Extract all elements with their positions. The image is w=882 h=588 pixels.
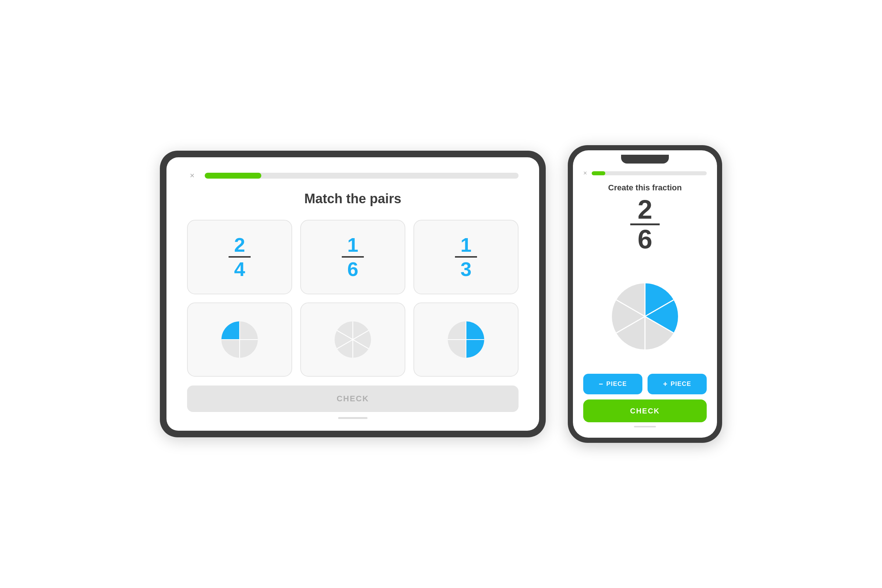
plus-icon: +	[663, 380, 668, 388]
phone-close-icon[interactable]: ×	[583, 170, 587, 177]
fraction-2-line	[342, 256, 364, 258]
minus-piece-button[interactable]: − PIECE	[583, 374, 642, 394]
tablet-scroll-hint	[338, 417, 368, 419]
pie-1	[219, 320, 260, 360]
fraction-2-num: 1	[347, 235, 358, 255]
pie-2	[333, 320, 373, 360]
fraction-1-line	[229, 256, 250, 258]
phone-fraction-num: 2	[638, 196, 652, 223]
phone-scroll-hint	[634, 426, 656, 428]
tablet-check-button[interactable]: CHECK	[187, 386, 519, 412]
fraction-1-den: 4	[234, 259, 245, 279]
fraction-3-line	[455, 256, 477, 258]
phone-piece-buttons: − PIECE + PIECE	[583, 374, 707, 394]
fraction-card-3[interactable]: 1 3	[413, 220, 519, 294]
fraction-card-1[interactable]: 2 4	[187, 220, 292, 294]
fraction-3: 1 3	[455, 235, 477, 279]
phone-pie-chart	[608, 280, 682, 353]
tablet-title: Match the pairs	[187, 191, 519, 207]
minus-icon: −	[598, 380, 603, 388]
fraction-1-num: 2	[234, 235, 245, 255]
phone-check-button[interactable]: CHECK	[583, 399, 707, 422]
phone-pie-area	[583, 259, 707, 374]
tablet-progress-fill	[205, 173, 261, 178]
plus-piece-label: PIECE	[670, 380, 691, 388]
pie-card-1[interactable]	[187, 303, 292, 377]
phone-fraction-den: 6	[638, 226, 652, 252]
fraction-2-den: 6	[347, 259, 358, 279]
pie-3	[446, 320, 486, 360]
tablet-screen: × Match the pairs 2 4	[166, 157, 539, 431]
pie-card-3[interactable]	[413, 303, 519, 377]
phone-notch	[621, 155, 669, 164]
tablet-progress-bg	[205, 173, 519, 178]
tablet-close-icon[interactable]: ×	[187, 171, 197, 181]
minus-piece-label: PIECE	[606, 380, 627, 388]
tablet-cards-grid: 2 4 1 6 1 3	[187, 220, 519, 376]
phone-topbar: ×	[583, 170, 707, 177]
fraction-3-den: 3	[460, 259, 471, 279]
fraction-2: 1 6	[342, 235, 364, 279]
fraction-3-num: 1	[460, 235, 471, 255]
plus-piece-button[interactable]: + PIECE	[648, 374, 707, 394]
pie-card-2[interactable]	[300, 303, 405, 377]
fraction-1: 2 4	[229, 235, 250, 279]
phone-device: × Create this fraction 2 6	[568, 145, 722, 443]
tablet-topbar: ×	[187, 171, 519, 181]
tablet-device: × Match the pairs 2 4	[160, 151, 546, 437]
phone-progress-fill	[592, 171, 606, 175]
fraction-card-2[interactable]: 1 6	[300, 220, 405, 294]
phone-progress-bg	[592, 171, 707, 175]
phone-fraction: 2 6	[583, 196, 707, 252]
scene: × Match the pairs 2 4	[160, 145, 722, 443]
phone-title: Create this fraction	[583, 183, 707, 193]
phone-screen: × Create this fraction 2 6	[573, 150, 717, 438]
